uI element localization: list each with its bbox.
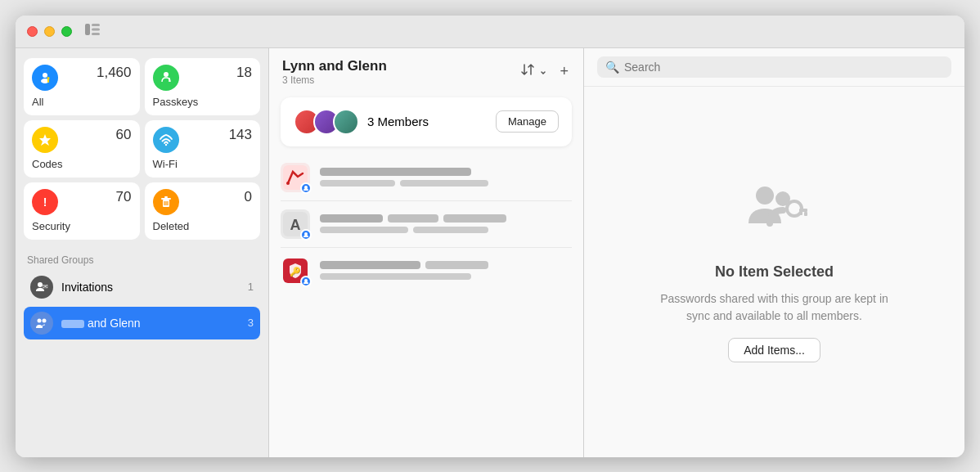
security-icon: ! bbox=[32, 189, 58, 215]
security-count: 70 bbox=[116, 189, 132, 205]
svg-point-9 bbox=[169, 78, 170, 79]
pw-icon-2: A bbox=[281, 209, 310, 239]
svg-point-12 bbox=[164, 143, 166, 145]
all-label: All bbox=[32, 96, 132, 108]
svg-rect-0 bbox=[85, 24, 90, 35]
password-item-1[interactable] bbox=[281, 155, 572, 201]
svg-text:!: ! bbox=[43, 196, 47, 209]
svg-point-34 bbox=[756, 187, 774, 205]
panel-subtitle: 3 Items bbox=[282, 74, 387, 86]
search-input[interactable] bbox=[624, 61, 943, 74]
group-count: 3 bbox=[248, 317, 254, 329]
sidebar-item-all[interactable]: 1,460 All bbox=[24, 58, 140, 115]
panel-header: Lynn and Glenn 3 Items + bbox=[269, 48, 583, 92]
deleted-label: Deleted bbox=[153, 220, 253, 232]
svg-point-26 bbox=[286, 182, 290, 185]
pw-icon-3: 🔑 bbox=[281, 256, 310, 285]
wifi-count: 143 bbox=[229, 127, 252, 143]
search-bar: 🔍 bbox=[584, 48, 964, 87]
close-button[interactable] bbox=[27, 26, 38, 37]
panel-title: Lynn and Glenn bbox=[282, 58, 387, 74]
sidebar-item-lynn-and-glenn[interactable]: and Glenn 3 bbox=[24, 307, 260, 339]
passkeys-label: Passkeys bbox=[153, 96, 253, 108]
add-items-button[interactable]: Add Items... bbox=[728, 338, 820, 362]
category-grid: 1,460 All bbox=[24, 58, 260, 240]
svg-rect-37 bbox=[799, 209, 807, 212]
passkeys-count: 18 bbox=[236, 65, 252, 81]
invitations-label: Invitations bbox=[61, 281, 240, 294]
shared-groups-label: Shared Groups bbox=[24, 251, 260, 267]
pw-info-3 bbox=[320, 261, 572, 280]
sidebar-item-deleted[interactable]: 0 Deleted bbox=[145, 182, 261, 240]
no-item-desc: Passwords shared with this group are kep… bbox=[660, 290, 889, 325]
password-item-3[interactable]: 🔑 bbox=[281, 248, 572, 294]
maximize-button[interactable] bbox=[61, 26, 72, 37]
avatar-3 bbox=[333, 109, 359, 135]
avatar-stack bbox=[294, 109, 359, 135]
sidebar-toggle-icon[interactable] bbox=[85, 24, 100, 38]
pw-badge-2 bbox=[300, 229, 312, 240]
svg-rect-16 bbox=[161, 198, 171, 200]
search-icon: 🔍 bbox=[605, 61, 619, 74]
codes-label: Codes bbox=[32, 158, 132, 170]
wifi-icon bbox=[153, 127, 179, 153]
members-card: 3 Members Manage bbox=[281, 97, 572, 146]
svg-marker-11 bbox=[39, 134, 51, 146]
password-item-2[interactable]: A bbox=[281, 201, 572, 248]
svg-rect-39 bbox=[800, 212, 802, 215]
sidebar-item-invitations[interactable]: ✉ Invitations 1 bbox=[24, 271, 260, 303]
svg-point-7 bbox=[47, 77, 50, 79]
svg-text:A: A bbox=[290, 217, 301, 233]
svg-point-4 bbox=[43, 73, 47, 78]
svg-text:🔑: 🔑 bbox=[290, 266, 301, 277]
add-button[interactable]: + bbox=[558, 63, 570, 80]
pw-info-2 bbox=[320, 214, 572, 233]
group-label: and Glenn bbox=[61, 317, 240, 330]
sidebar: 1,460 All bbox=[16, 48, 269, 457]
app-window: 1,460 All bbox=[16, 16, 964, 457]
sort-button[interactable] bbox=[518, 61, 550, 82]
middle-panel: Lynn and Glenn 3 Items + bbox=[269, 48, 584, 457]
deleted-count: 0 bbox=[245, 189, 252, 205]
svg-rect-17 bbox=[164, 196, 168, 198]
codes-icon bbox=[32, 127, 58, 153]
pw-badge-3 bbox=[300, 276, 312, 287]
svg-point-23 bbox=[38, 318, 42, 322]
svg-rect-3 bbox=[92, 33, 100, 35]
svg-rect-1 bbox=[92, 24, 100, 26]
invitations-count: 1 bbox=[248, 281, 254, 293]
password-list: A bbox=[269, 155, 583, 457]
pw-info-1 bbox=[320, 168, 572, 187]
all-count: 1,460 bbox=[97, 65, 132, 81]
deleted-icon bbox=[153, 189, 179, 215]
search-input-wrap: 🔍 bbox=[597, 56, 951, 78]
pw-badge-1 bbox=[300, 182, 312, 194]
codes-count: 60 bbox=[116, 127, 132, 143]
sidebar-item-codes[interactable]: 60 Codes bbox=[24, 120, 140, 178]
wifi-label: Wi-Fi bbox=[153, 158, 253, 170]
svg-point-24 bbox=[43, 318, 47, 322]
no-item-title: No Item Selected bbox=[715, 263, 834, 281]
no-item-icon bbox=[742, 181, 807, 247]
group-icon bbox=[30, 312, 53, 335]
titlebar bbox=[16, 16, 964, 48]
main-content: 1,460 All bbox=[16, 48, 964, 457]
manage-button[interactable]: Manage bbox=[496, 110, 559, 133]
passkeys-icon bbox=[153, 65, 179, 91]
svg-text:✉: ✉ bbox=[43, 283, 48, 290]
all-icon bbox=[32, 65, 58, 91]
svg-point-8 bbox=[164, 72, 169, 77]
pw-icon-1 bbox=[281, 163, 310, 192]
right-panel: 🔍 bbox=[584, 48, 964, 457]
no-item-selected-panel: No Item Selected Passwords shared with t… bbox=[584, 87, 964, 457]
minimize-button[interactable] bbox=[44, 26, 55, 37]
sidebar-item-wifi[interactable]: 143 Wi-Fi bbox=[145, 120, 261, 178]
security-label: Security bbox=[32, 220, 132, 232]
svg-point-36 bbox=[787, 201, 802, 216]
sidebar-item-security[interactable]: ! 70 Security bbox=[24, 182, 140, 240]
invitations-icon: ✉ bbox=[30, 276, 53, 299]
members-label: 3 Members bbox=[367, 115, 429, 128]
svg-rect-38 bbox=[804, 212, 807, 216]
svg-rect-2 bbox=[92, 29, 100, 31]
sidebar-item-passkeys[interactable]: 18 Passkeys bbox=[145, 58, 261, 115]
